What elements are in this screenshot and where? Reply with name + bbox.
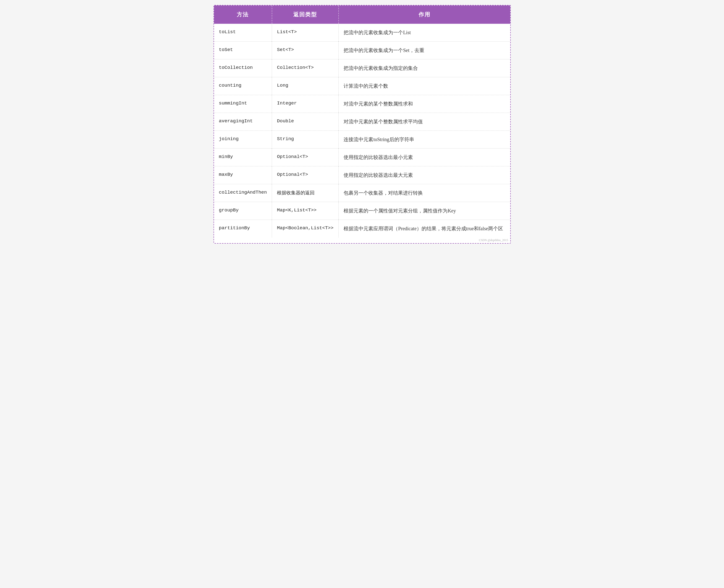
table-row: joiningString连接流中元素toString后的字符串 bbox=[214, 131, 510, 149]
cell-description: 对流中元素的某个整数属性求平均值 bbox=[338, 113, 510, 131]
table-row: maxByOptional<T>使用指定的比较器选出最大元素 bbox=[214, 166, 510, 184]
cell-method: toList bbox=[214, 24, 272, 42]
cell-description: 使用指定的比较器选出最大元素 bbox=[338, 166, 510, 184]
cell-description: 对流中元素的某个整数属性求和 bbox=[338, 95, 510, 113]
cell-method: groupBy bbox=[214, 202, 272, 220]
cell-description: 根据流中元素应用谓词（Predicate）的结果，将元素分成true和false… bbox=[338, 220, 510, 238]
table-row: toCollectionCollection<T>把流中的元素收集成为指定的集合 bbox=[214, 59, 510, 77]
cell-method: minBy bbox=[214, 149, 272, 166]
cell-return-type: Map<Boolean,List<T>> bbox=[272, 220, 338, 238]
cell-method: partitionBy bbox=[214, 220, 272, 238]
cell-description: 把流中的元素收集成为一个Set，去重 bbox=[338, 42, 510, 59]
table-wrapper: 方法 返回类型 作用 toListList<T>把流中的元素收集成为一个List… bbox=[213, 5, 511, 244]
cell-return-type: List<T> bbox=[272, 24, 338, 42]
cell-return-type: Optional<T> bbox=[272, 149, 338, 166]
cell-description: 包裹另一个收集器，对结果进行转换 bbox=[338, 184, 510, 202]
cell-return-type: Map<K,List<T>> bbox=[272, 202, 338, 220]
header-method: 方法 bbox=[214, 5, 272, 24]
cell-return-type: String bbox=[272, 131, 338, 149]
header-return-type: 返回类型 bbox=[272, 5, 338, 24]
cell-method: summingInt bbox=[214, 95, 272, 113]
cell-method: counting bbox=[214, 77, 272, 95]
table-row: toListList<T>把流中的元素收集成为一个List bbox=[214, 24, 510, 42]
table-row: partitionByMap<Boolean,List<T>>根据流中元素应用谓… bbox=[214, 220, 510, 238]
table-row: collectingAndThen根据收集器的返回包裹另一个收集器，对结果进行转… bbox=[214, 184, 510, 202]
cell-return-type: 根据收集器的返回 bbox=[272, 184, 338, 202]
cell-return-type: Collection<T> bbox=[272, 59, 338, 77]
cell-method: joining bbox=[214, 131, 272, 149]
table-row: minByOptional<T>使用指定的比较器选出最小元素 bbox=[214, 149, 510, 166]
cell-return-type: Set<T> bbox=[272, 42, 338, 59]
cell-description: 使用指定的比较器选出最小元素 bbox=[338, 149, 510, 166]
cell-description: 把流中的元素收集成为一个List bbox=[338, 24, 510, 42]
cell-return-type: Integer bbox=[272, 95, 338, 113]
header-description: 作用 bbox=[338, 5, 510, 24]
cell-return-type: Long bbox=[272, 77, 338, 95]
cell-description: 连接流中元素toString后的字符串 bbox=[338, 131, 510, 149]
table-row: toSetSet<T>把流中的元素收集成为一个Set，去重 bbox=[214, 42, 510, 59]
cell-method: averagingInt bbox=[214, 113, 272, 131]
table-row: groupByMap<K,List<T>>根据元素的一个属性值对元素分组，属性值… bbox=[214, 202, 510, 220]
cell-description: 计算流中的元素个数 bbox=[338, 77, 510, 95]
table-row: countingLong计算流中的元素个数 bbox=[214, 77, 510, 95]
cell-method: collectingAndThen bbox=[214, 184, 272, 202]
table-header-row: 方法 返回类型 作用 bbox=[214, 5, 510, 24]
cell-description: 根据元素的一个属性值对元素分组，属性值作为Key bbox=[338, 202, 510, 220]
cell-return-type: Optional<T> bbox=[272, 166, 338, 184]
cell-method: toCollection bbox=[214, 59, 272, 77]
table-body: toListList<T>把流中的元素收集成为一个ListtoSetSet<T>… bbox=[214, 24, 510, 237]
main-table: 方法 返回类型 作用 toListList<T>把流中的元素收集成为一个List… bbox=[214, 5, 510, 237]
cell-return-type: Double bbox=[272, 113, 338, 131]
cell-description: 把流中的元素收集成为指定的集合 bbox=[338, 59, 510, 77]
watermark: CSDN @depthbio_2015 bbox=[214, 237, 510, 243]
table-row: summingIntInteger对流中元素的某个整数属性求和 bbox=[214, 95, 510, 113]
table-row: averagingIntDouble对流中元素的某个整数属性求平均值 bbox=[214, 113, 510, 131]
cell-method: toSet bbox=[214, 42, 272, 59]
cell-method: maxBy bbox=[214, 166, 272, 184]
